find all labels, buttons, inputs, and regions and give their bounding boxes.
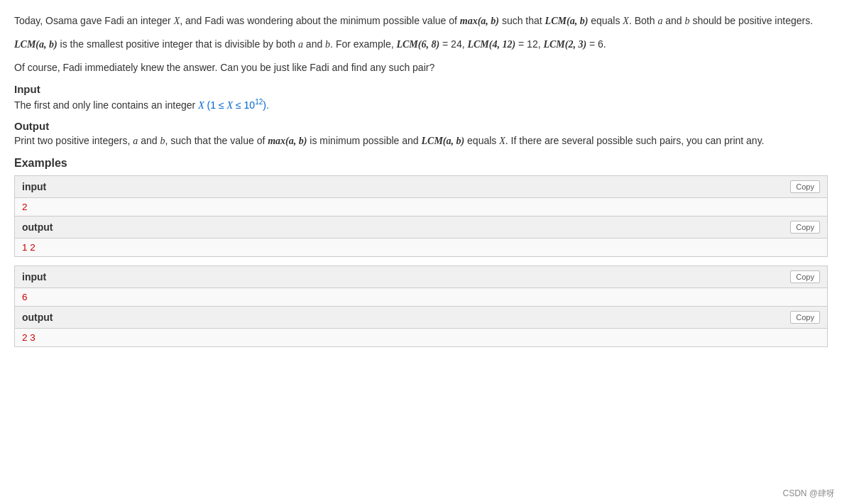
example-2-output-header-row: output Copy bbox=[15, 306, 828, 328]
example-2-output-label: output bbox=[15, 306, 427, 328]
output-title: Output bbox=[14, 120, 828, 132]
example-1-output-copy-button[interactable]: Copy bbox=[790, 221, 820, 234]
example-1-input-copy-cell: Copy bbox=[427, 175, 827, 197]
example-block-1: input Copy 2 output Copy 1 2 bbox=[14, 175, 828, 257]
example-1-output-value: 1 2 bbox=[15, 238, 828, 256]
example-2-output-value-row: 2 3 bbox=[15, 328, 828, 346]
example-1-input-copy-button[interactable]: Copy bbox=[790, 180, 820, 193]
example-2-output-copy-cell: Copy bbox=[427, 306, 827, 328]
output-section: Output Print two positive integers, a an… bbox=[14, 120, 828, 147]
example-1-input-label: input bbox=[15, 175, 427, 197]
example-2-input-copy-cell: Copy bbox=[427, 265, 827, 287]
example-1-input-value: 2 bbox=[15, 197, 828, 216]
example-1-input-value-row: 2 bbox=[15, 197, 828, 216]
intro-paragraph-1: Today, Osama gave Fadi an integer X, and… bbox=[14, 13, 828, 29]
example-1-output-copy-cell: Copy bbox=[427, 216, 827, 238]
example-1-output-header-row: output Copy bbox=[15, 216, 828, 238]
example-2-input-copy-button[interactable]: Copy bbox=[790, 270, 820, 283]
input-section: Input The first and only line contains a… bbox=[14, 83, 828, 111]
example-2-input-label: input bbox=[15, 265, 427, 287]
examples-section: Examples input Copy 2 output Copy 1 2 in… bbox=[14, 157, 828, 347]
example-1-output-label: output bbox=[15, 216, 427, 238]
examples-title: Examples bbox=[14, 157, 828, 170]
intro-paragraph-3: Of course, Fadi immediately knew the ans… bbox=[14, 60, 828, 76]
intro-paragraph-2: LCM(a, b) is the smallest positive integ… bbox=[14, 36, 828, 53]
example-2-output-copy-button[interactable]: Copy bbox=[790, 311, 820, 324]
input-title: Input bbox=[14, 83, 828, 95]
example-2-output-value: 2 3 bbox=[15, 328, 828, 346]
example-2-input-value-row: 6 bbox=[15, 287, 828, 306]
example-1-output-value-row: 1 2 bbox=[15, 238, 828, 256]
output-description: Print two positive integers, a and b, su… bbox=[14, 135, 828, 147]
example-block-2: input Copy 6 output Copy 2 3 bbox=[14, 265, 828, 347]
watermark: CSDN @肆呀 bbox=[782, 488, 835, 500]
example-1-input-header-row: input Copy bbox=[15, 175, 828, 197]
input-description: The first and only line contains an inte… bbox=[14, 98, 828, 111]
example-2-input-value: 6 bbox=[15, 287, 828, 306]
example-2-input-header-row: input Copy bbox=[15, 265, 828, 287]
